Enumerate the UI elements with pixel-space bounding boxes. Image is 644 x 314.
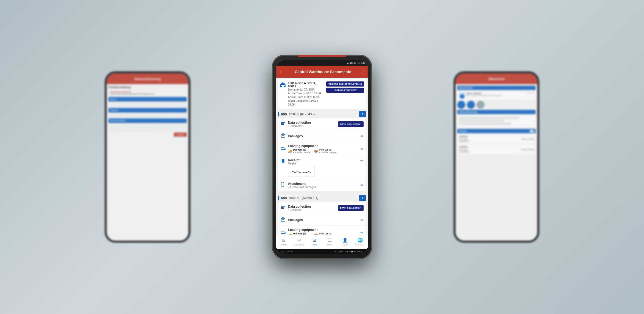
- left-date-section: Datum: [108, 97, 187, 102]
- webse-icon: 🌐: [358, 238, 363, 243]
- section1-data-collection-button[interactable]: DATA COLLECTION: [338, 121, 364, 127]
- pickup-icon: 📦: [314, 149, 318, 153]
- packages-icon: [280, 133, 286, 139]
- section1-receipt-edit-icon[interactable]: ✏: [360, 158, 364, 163]
- signature-box: [288, 166, 315, 177]
- svg-rect-14: [281, 206, 285, 207]
- left-field-damage: Schadenbeschreibung* Fitte persner Besch…: [108, 90, 187, 96]
- left-weight-section: Gewicht: [108, 108, 187, 113]
- data-icon: ☰: [328, 238, 332, 243]
- svg-rect-8: [281, 134, 285, 137]
- home-icon: ⊞: [282, 238, 286, 243]
- section1-attachment-edit-icon[interactable]: ✏: [360, 183, 364, 187]
- svg-marker-1: [280, 82, 286, 84]
- app-header: ← Central Warehouse Sacramento ⋮: [276, 66, 368, 78]
- section2-data-collection-icon: [280, 206, 286, 211]
- section2-add-button[interactable]: +: [359, 195, 366, 201]
- section2-loading-edit-icon[interactable]: ✏: [360, 231, 364, 235]
- section2-loading-content: Loading equipment 🚚 Delivery (3) • 3 Pal…: [288, 228, 358, 235]
- left-phone-body: Schadenmeldung Schadenbeschreibung* Fitt…: [107, 84, 188, 138]
- section2-loading-title: Loading equipment: [288, 228, 358, 232]
- loading-icon: [280, 147, 286, 151]
- section1-attachment-row: Attachment • 1 Pallet was damaged ✏: [278, 179, 366, 191]
- status-bar: ▲ 86% 16:58: [276, 60, 368, 66]
- signal-icon: ▲: [347, 62, 349, 65]
- right-phone-body: Nachrichten Ruzic, Marthas 07:01 30 Alle…: [456, 84, 537, 157]
- data-collection-icon: [280, 122, 286, 127]
- svg-rect-15: [281, 207, 284, 208]
- right-circles-row: [457, 101, 536, 109]
- status-bar-icons: ▲ 86% 16:58: [347, 61, 365, 65]
- svg-rect-3: [281, 85, 282, 86]
- svg-point-20: [281, 233, 282, 234]
- phone-top-accent: [298, 55, 346, 57]
- right-background-phone: Übersicht Nachrichten Ruzic, Marthas 07:…: [453, 71, 539, 243]
- nav-data[interactable]: ☰ Data: [322, 237, 337, 247]
- section2-packages-content: Packages: [288, 218, 358, 222]
- begin-unloading: Begin Unloading: 11/8/21 09:06: [288, 99, 324, 107]
- battery-percent: 86%: [350, 61, 356, 65]
- info-card-buttons: RECORD END OF UNLOADING LOADING EQUIPMEN…: [326, 81, 364, 93]
- section2-data-collection-button[interactable]: DATA COLLECTION: [338, 205, 364, 211]
- info-card-text: 1601 North A Street, 95811 Sacramento, C…: [288, 81, 324, 107]
- bottom-nav: ⊞ Home ✉ Messages ⊡ Tours ☰ Data 👤 Drive…: [276, 235, 368, 249]
- tours-icon: ⊡: [313, 238, 316, 243]
- svg-point-13: [284, 149, 285, 150]
- section2-packages-edit-icon[interactable]: ✏: [360, 218, 364, 222]
- section2-packages-title: Packages: [288, 218, 358, 222]
- right-tour-item-2: LKRPAD Tourbeginn06:08 10.00:08 Ankunfts…: [457, 145, 536, 154]
- section1-receipt-title: Receipt: [288, 158, 358, 162]
- section1-attachment-title: Attachment: [288, 182, 358, 186]
- section1-data-collection-row: Data collection • Comment: - DATA COLLEC…: [278, 118, 366, 130]
- section1-add-button[interactable]: +: [359, 111, 366, 117]
- record-end-button[interactable]: RECORD END OF UNLOADING: [326, 81, 364, 87]
- section2-data-collection-title: Data collection: [288, 205, 336, 208]
- section1-receipt-name: Mueller: [288, 162, 358, 165]
- right-avatar: [459, 92, 465, 99]
- loading-equipment-button[interactable]: LOADING EQUIPMENT: [326, 88, 364, 93]
- section1-packages-content: Packages: [288, 134, 358, 138]
- section2-data-collection-row: Data collection • Comment: DATA COLLECTI…: [278, 202, 366, 214]
- section1-data-collection-title: Data collection: [288, 121, 336, 125]
- nav-home[interactable]: ⊞ Home: [276, 237, 291, 247]
- svg-rect-6: [281, 123, 284, 124]
- address-line1: 1601 North A Street, 95811: [288, 81, 324, 88]
- nav-messages[interactable]: ✉ Messages: [291, 237, 307, 247]
- screen-content[interactable]: 1601 North A Street, 95811 Sacramento, C…: [276, 78, 368, 235]
- section1-loading-sub: 🚚 Delivery (3) • 3 Pallet, loaded 📦 Pick…: [288, 148, 358, 154]
- right-data-section: [457, 115, 536, 127]
- section1-loading-edit-icon[interactable]: ✏: [360, 147, 364, 151]
- left-dokument-section: Dokumentation: [108, 118, 187, 123]
- svg-rect-4: [284, 85, 285, 86]
- right-tour-item-1: LKRPAD Tourbeginn06:09 10.00:08 Ankunfts…: [457, 134, 536, 144]
- svg-rect-17: [281, 218, 285, 221]
- info-card: 1601 North A Street, 95811 Sacramento, C…: [278, 79, 366, 109]
- menu-button[interactable]: ⋮: [360, 69, 365, 75]
- svg-point-11: [281, 149, 282, 150]
- section1-receipt-row: Receipt Mueller ✏: [278, 156, 366, 179]
- section1-items: Data collection • Comment: - DATA COLLEC…: [278, 118, 366, 191]
- left-phone-header: Datenerfassung: [107, 73, 188, 84]
- section1-packages-row: Packages ✏: [278, 130, 366, 142]
- driver-icon: 👤: [342, 238, 348, 243]
- phone-screen: ▲ 86% 16:58 ← Central Warehouse Sacramen…: [276, 60, 368, 254]
- section1-data-collection-content: Data collection • Comment: -: [288, 121, 336, 128]
- svg-point-22: [284, 233, 285, 234]
- section1-attachment-detail: • 1 Pallet was damaged: [288, 186, 358, 189]
- svg-point-12: [283, 149, 284, 150]
- section1-packages-edit-icon[interactable]: ✏: [360, 134, 364, 138]
- nav-tours[interactable]: ⊡ Tours: [307, 237, 322, 247]
- clock: 16:58: [357, 61, 365, 65]
- section2-items: Data collection • Comment: DATA COLLECTI…: [278, 202, 366, 235]
- nav-driver[interactable]: 👤 Driver: [337, 237, 353, 247]
- right-message-item: Ruzic, Marthas 07:01 30 Alle von Ihren F…: [457, 91, 536, 100]
- back-button[interactable]: ←: [279, 69, 284, 75]
- section2-data-collection-subtitle: • Comment:: [288, 208, 336, 211]
- section1-receipt-content: Receipt Mueller: [288, 158, 358, 177]
- svg-rect-7: [281, 124, 284, 125]
- nav-webse[interactable]: 🌐 WebSe...: [353, 237, 368, 247]
- svg-rect-2: [282, 85, 284, 87]
- section1-packages-title: Packages: [288, 134, 358, 138]
- system-user: ▲ Zaiser, Zejko 🚌 31 MB Ac...: [335, 250, 365, 253]
- warehouse-icon: [280, 82, 286, 89]
